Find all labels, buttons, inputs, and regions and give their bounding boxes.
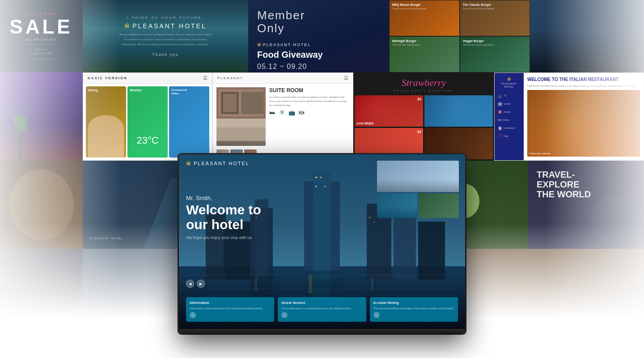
food4-desc: Plant-based natural ingredients: [463, 43, 527, 46]
tv-gs-arrow[interactable]: ›: [281, 312, 288, 318]
tv-frame: 🏛 PLEASANT HOTEL Mr: [179, 154, 465, 333]
food4-name: Veggie Burger: [463, 39, 527, 43]
suite-header: PLEASANT ☰: [213, 73, 353, 84]
nav-item-conference[interactable]: 📋 Conference: [496, 125, 522, 132]
basic-menu-icon: ☰: [203, 75, 208, 81]
tv-greeting: Mr. Smith,: [186, 195, 261, 201]
weather-label: Weather: [130, 89, 142, 92]
italian-hotel-logo: 🏛 PLEASANT HOTEL: [496, 77, 522, 89]
sb-item-2: [424, 95, 493, 127]
card-italian-restaurant: 🏛 PLEASANT HOTEL 📺 TV 🏢 Facility 🎯 Activ…: [494, 72, 644, 161]
tv-info-arrow[interactable]: ›: [190, 312, 196, 318]
suite-image: [216, 87, 266, 146]
food3-name: Midnight Burger: [392, 39, 457, 43]
card-city-strip: [530, 0, 644, 72]
member-hotel-name: PLEASANT HOTEL: [263, 43, 311, 47]
food2-desc: Ground beef with fresh toppings: [463, 7, 527, 10]
thank-you: Thank you: [152, 52, 179, 57]
suite-hotel-label: PLEASANT: [217, 76, 243, 80]
svg-rect-35: [369, 217, 370, 218]
sale-detail2: the 2nd one FREE: [30, 52, 52, 55]
strawberry-header: Strawberry FRESH FRUIT EVERYDAY: [353, 72, 494, 94]
nav-activity-label: Activity: [504, 111, 511, 113]
tv-icon: 📺: [498, 94, 502, 98]
suite-title: SUITE ROOM: [269, 87, 349, 94]
online-only-label: ONLINE ONLY: [26, 13, 57, 16]
card-sunset: [0, 72, 83, 161]
card-basic-version: BASIC VERSION ☰ Dining Weather 23°C Prom…: [83, 72, 212, 161]
tv-next-button[interactable]: ▶: [197, 280, 205, 288]
card-sale: ONLINE ONLY SALE ALL PRICES $49 Buy 2, g…: [0, 0, 83, 72]
italian-desc-text: Experience the finest Italian cuisine in…: [527, 84, 640, 88]
food2-name: The Classic Burger: [463, 3, 527, 6]
tv-info-title: Information: [190, 301, 271, 305]
svg-rect-44: [255, 277, 257, 291]
nav-item-help[interactable]: ❓ Help: [496, 133, 522, 140]
member-only-text: Member Only: [257, 9, 305, 34]
suite-menu-icon: ☰: [344, 75, 348, 81]
tv-logo-icon: 🏛: [186, 161, 191, 166]
member-date-range: 05.12 ~ 09.20: [257, 63, 307, 71]
tv-card-guest-service[interactable]: Guest Service As our valued guest, our c…: [278, 297, 366, 322]
food1-desc: Crispy bacon and saucy goodness: [392, 7, 457, 10]
card-strawberry: Strawberry FRESH FRUIT EVERYDAY Lime Moj…: [353, 72, 494, 161]
card-travel: TRAVEL- EXPLORE THE WORLD: [528, 161, 644, 249]
tv-id-title: In-room Dining: [373, 301, 454, 305]
tv-card-inroom-dining[interactable]: In-room Dining There are many variations…: [370, 297, 458, 322]
tv-card-information[interactable]: Information Lorem ipsum is simply dummy …: [186, 297, 274, 322]
promo-label: PromotionalOffers: [171, 89, 187, 96]
italian-main-content: WELCOME TO THE ITALIAN RESTAURANT Experi…: [524, 73, 644, 160]
svg-rect-32: [418, 222, 445, 280]
tile-promo[interactable]: PromotionalOffers: [169, 86, 209, 158]
svg-rect-21: [313, 172, 331, 280]
italian-nav-sidebar: 🏛 PLEASANT HOTEL 📺 TV 🏢 Facility 🎯 Activ…: [495, 73, 524, 160]
facility-icon: 🏢: [498, 102, 502, 106]
tv-screen: 🏛 PLEASANT HOTEL Mr: [179, 154, 465, 329]
tv-photo-pool: [377, 193, 417, 218]
svg-rect-8: [241, 92, 263, 114]
card-food-items: BBQ Bacon Burger Crispy bacon and saucy …: [389, 0, 530, 72]
nav-item-tv[interactable]: 📺 TV: [496, 93, 522, 99]
weather-temp: 23°C: [136, 135, 158, 146]
tv-id-arrow[interactable]: ›: [373, 312, 380, 318]
nav-item-facility[interactable]: 🏢 Facility: [496, 101, 522, 107]
svg-rect-9: [216, 119, 266, 128]
sb-item1-name: Lime Mojito: [356, 122, 374, 125]
amenity-tv-icon: 📺: [288, 110, 295, 116]
sale-code: Use code: 8049834c49: [30, 58, 52, 60]
tv-prev-button[interactable]: ◀: [186, 280, 194, 288]
sale-subtitle: ALL PRICES $49: [26, 38, 56, 41]
svg-rect-10: [216, 128, 266, 141]
svg-rect-45: [371, 277, 373, 291]
nav-dining-label: Dining: [503, 119, 509, 121]
nav-tv-label: TV: [504, 94, 506, 97]
sale-detail1: Buy 2, get: [35, 48, 47, 51]
tv-hotel-header: 🏛 PLEASANT HOTEL: [186, 161, 250, 166]
svg-rect-22: [315, 177, 317, 178]
tv-nav-controls[interactable]: ◀ ▶: [186, 280, 205, 288]
member-hotel-logo: 🏛 PLEASANT HOTEL: [257, 43, 311, 47]
dining-icon: 🍽: [498, 118, 501, 122]
nav-item-dining[interactable]: 🍽 Dining: [496, 117, 522, 124]
sb-item-1: Lime Mojito $5: [355, 95, 423, 127]
activity-icon: 🎯: [498, 110, 502, 114]
nav-item-activity[interactable]: 🎯 Activity: [496, 109, 522, 115]
suite-amenities: 🛏 🚿 📺 🍽: [269, 110, 349, 116]
basic-version-title: BASIC VERSION: [88, 76, 127, 80]
pleasant-tagline: I THINK OF YOUR FUTURE.: [127, 16, 204, 20]
tv-hotel-name: PLEASANT HOTEL: [194, 161, 250, 166]
amenity-bed-icon: 🛏: [269, 110, 275, 116]
food-item-2: The Classic Burger Ground beef with fres…: [460, 0, 530, 36]
svg-rect-36: [373, 222, 375, 222]
italian-dish-name: Fettuccine Alfredo: [529, 152, 551, 155]
pleasant-body: We are delighted to see you at Pleasant …: [110, 32, 221, 47]
food-item-3: Midnight Burger Dark bun with special sa…: [389, 36, 460, 72]
tv-gs-title: Guest Service: [281, 301, 362, 305]
food3-desc: Dark bun with special sauce: [392, 43, 457, 46]
food-item-1: BBQ Bacon Burger Crispy bacon and saucy …: [389, 0, 460, 36]
tile-weather[interactable]: Weather 23°C: [127, 86, 168, 158]
nav-help-label: Help: [504, 135, 508, 137]
tile-dining[interactable]: Dining: [86, 86, 126, 158]
card-suite-room: PLEASANT ☰ SUITE: [212, 72, 353, 161]
suite-info: SUITE ROOM Our finest suite will make yo…: [269, 87, 349, 146]
